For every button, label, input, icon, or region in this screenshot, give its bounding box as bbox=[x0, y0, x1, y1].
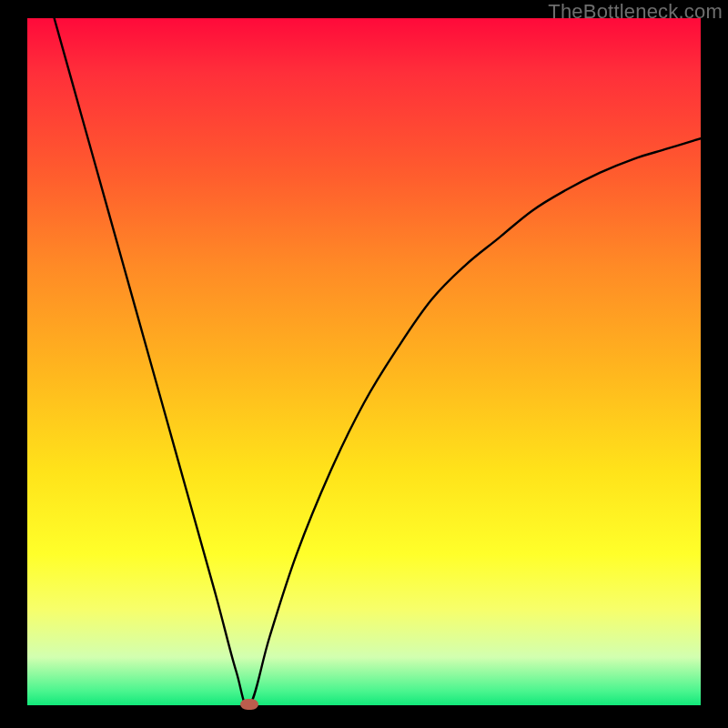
optimum-marker bbox=[240, 699, 258, 710]
plot-area bbox=[27, 18, 701, 705]
curve-layer bbox=[27, 18, 701, 705]
chart-container: TheBottleneck.com bbox=[0, 0, 728, 728]
watermark-text: TheBottleneck.com bbox=[548, 0, 723, 24]
bottleneck-curve bbox=[55, 18, 701, 705]
